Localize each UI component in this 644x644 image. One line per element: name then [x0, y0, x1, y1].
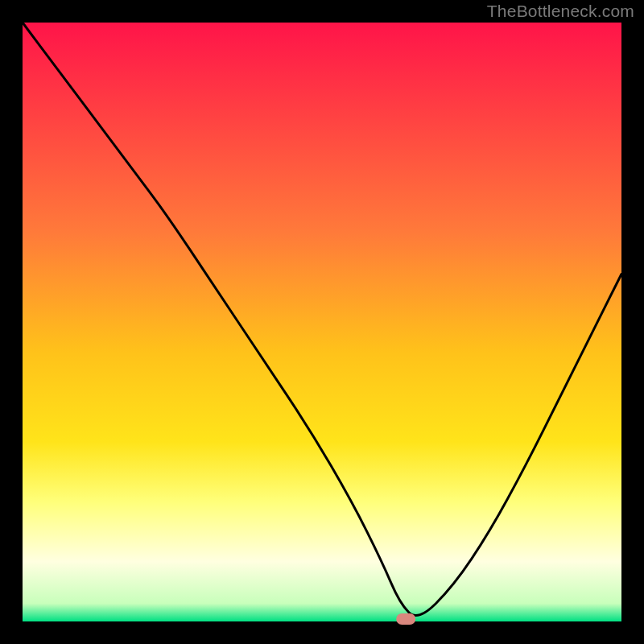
optimal-marker: [396, 613, 415, 625]
bottleneck-chart: [0, 0, 644, 644]
chart-container: TheBottleneck.com: [0, 0, 644, 644]
plot-area: [23, 23, 621, 621]
watermark-text: TheBottleneck.com: [487, 2, 634, 21]
